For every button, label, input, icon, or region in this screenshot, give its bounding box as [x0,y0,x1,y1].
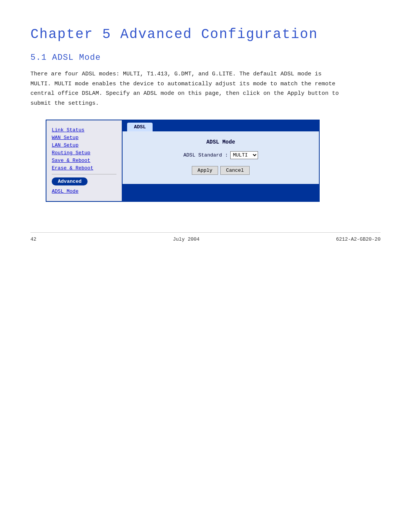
adsl-tab[interactable]: ADSL [127,123,153,131]
nav-save-reboot[interactable]: Save & Reboot [52,158,116,163]
body-text: There are four ADSL modes: MULTI, T1.413… [30,69,342,108]
adsl-mode-title: ADSL Mode [132,139,310,145]
chapter-heading: Chapter 5 Advanced Configuration [30,27,381,42]
nav-lan-setup[interactable]: LAN Setup [52,142,116,148]
section-heading: 5.1 ADSL Mode [30,53,381,62]
nav-wan-setup[interactable]: WAN Setup [52,135,116,141]
footer: 42 July 2004 6212-A2-GB20-20 [30,232,381,242]
ui-screenshot: Link Status WAN Setup LAN Setup Routing … [46,120,320,202]
button-row: Apply Cancel [132,166,310,175]
content-panel: ADSL ADSL Mode ADSL Standard : MULTI T1.… [123,120,319,201]
nav-adsl-mode[interactable]: ADSL Mode [52,189,116,194]
advanced-button[interactable]: Advanced [52,177,88,185]
apply-button[interactable]: Apply [192,166,218,175]
footer-page-number: 42 [30,236,37,242]
nav-routing-setup[interactable]: Routing Setup [52,150,116,156]
adsl-standard-row: ADSL Standard : MULTI T1.413 G.DMT G.LIT… [132,151,310,159]
adsl-standard-label: ADSL Standard : [183,152,228,158]
adsl-standard-select[interactable]: MULTI T1.413 G.DMT G.LITE [230,151,258,159]
nav-link-status[interactable]: Link Status [52,127,116,133]
content-inner: ADSL Mode ADSL Standard : MULTI T1.413 G… [123,131,319,184]
nav-divider [52,174,116,174]
footer-date: July 2004 [173,236,199,242]
nav-erase-reboot[interactable]: Erase & Reboot [52,165,116,171]
footer-doc-id: 6212-A2-GB20-20 [336,236,381,242]
nav-panel: Link Status WAN Setup LAN Setup Routing … [46,120,123,201]
tab-bar: ADSL [123,120,319,131]
cancel-button[interactable]: Cancel [220,166,250,175]
